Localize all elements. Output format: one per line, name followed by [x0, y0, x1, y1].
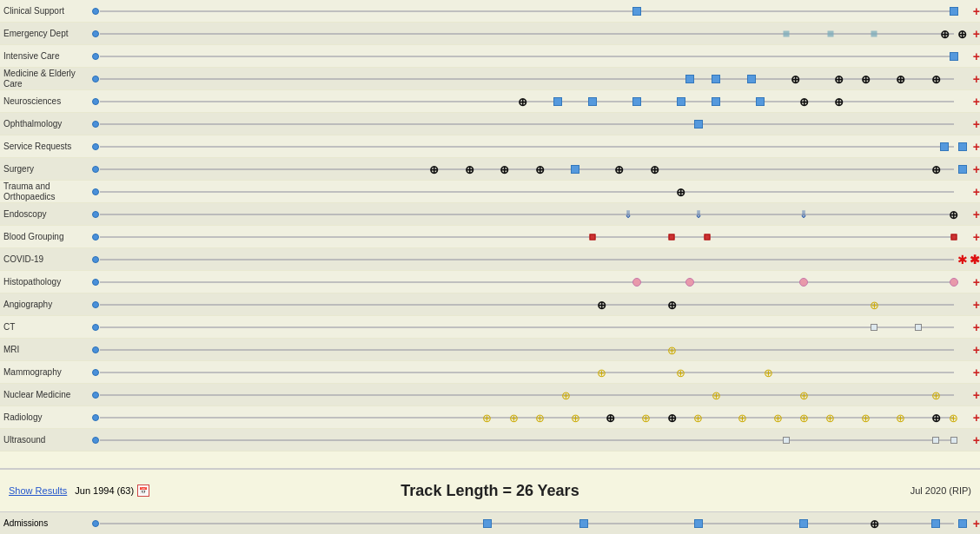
event — [694, 519, 703, 528]
event-marker: ⊕ — [931, 411, 941, 424]
event-marker: ⊕ — [606, 411, 615, 424]
date-end-label: Jul 2020 (RIP) — [910, 485, 971, 496]
chart-row: COVID-19✱✱ — [0, 248, 980, 271]
event-marker — [747, 75, 756, 83]
event-marker: ⊕ — [535, 411, 545, 424]
event-marker — [950, 437, 957, 444]
row-end-marker: + — [973, 162, 980, 176]
event-marker — [950, 278, 958, 287]
event-marker: ⇓ — [624, 208, 632, 221]
event-marker: ⊕ — [667, 411, 677, 424]
event-marker — [784, 30, 790, 36]
event-marker — [799, 278, 808, 287]
chart-row: Histopathology+ — [0, 271, 980, 293]
main-container: Clinical Support+Emergency Dept⊕⊕+Intens… — [0, 0, 980, 534]
row-label: Surgery — [0, 164, 91, 175]
row-end-marker: + — [973, 388, 980, 402]
row-end-marker: + — [973, 4, 980, 18]
chart-row: Radiology⊕⊕⊕⊕⊕⊕⊕⊕⊕⊕⊕⊕⊕⊕⊕⊕+ — [0, 406, 980, 429]
row-label: Service Requests — [0, 142, 91, 152]
row-start-dot — [91, 392, 100, 399]
row-end-marker: + — [973, 366, 980, 379]
row-track: ⇓⇓⇓⊕+ — [100, 203, 980, 226]
row-start-dot — [91, 121, 100, 128]
event-marker: ⊕ — [799, 411, 809, 424]
row-track: + — [100, 45, 980, 68]
row-track: ⊕⊕⊕+ — [100, 361, 980, 384]
row-start-dot — [91, 188, 100, 195]
row-label: COVID-19 — [0, 254, 91, 265]
event-marker — [632, 97, 641, 106]
event-marker — [958, 165, 967, 174]
event-marker: ⊕ — [518, 95, 527, 108]
row-end-marker: + — [973, 275, 980, 289]
row-start-dot — [91, 234, 100, 241]
event-marker: ⊕ — [614, 162, 624, 175]
event-marker: ⊕ — [773, 411, 783, 424]
row-end-marker: + — [973, 208, 980, 221]
row-start-dot — [91, 346, 100, 353]
event-marker — [940, 142, 949, 151]
row-start-dot — [91, 324, 100, 331]
event-marker — [669, 234, 675, 240]
event-marker: ⊕ — [571, 411, 580, 424]
event-marker — [553, 97, 562, 106]
event-marker — [632, 7, 641, 16]
calendar-icon[interactable]: 📅 — [137, 485, 149, 497]
event-marker — [685, 278, 694, 287]
event-marker: ⊕ — [896, 72, 905, 85]
row-start-dot — [91, 369, 100, 376]
event — [483, 519, 492, 528]
event-marker — [915, 324, 922, 331]
row-start-dot — [91, 98, 100, 105]
event-marker: ⊕ — [650, 162, 659, 175]
row-track: + — [100, 271, 980, 293]
event-marker — [712, 97, 720, 106]
row-end-marker: + — [973, 95, 980, 109]
row-start-dot — [91, 76, 100, 82]
row-label: CT — [0, 322, 91, 333]
event-marker — [783, 437, 790, 444]
event — [931, 519, 940, 528]
event-marker — [677, 97, 685, 106]
row-label: Neurosciences — [0, 96, 91, 107]
event — [579, 519, 588, 528]
row-track: ⊕+ — [100, 339, 980, 361]
event-marker: ⊕ — [482, 411, 492, 424]
chart-row: Service Requests+ — [0, 135, 980, 158]
event-marker — [950, 52, 958, 61]
row-label: Histopathology — [0, 277, 91, 287]
chart-row: MRI⊕+ — [0, 339, 980, 361]
chart-row: CT+ — [0, 316, 980, 339]
row-label: Emergency Dept — [0, 29, 91, 39]
row-end-marker: ✱ — [970, 253, 980, 267]
event-marker — [590, 234, 596, 240]
chart-row: Nuclear Medicine⊕⊕⊕⊕+ — [0, 384, 980, 406]
row-track: ⊕⊕⊕+ — [100, 293, 980, 316]
chart-row: Ultrasound+ — [0, 429, 980, 452]
event-marker: ⊕ — [791, 72, 800, 85]
end-marker: + — [973, 517, 980, 531]
event-marker: ⇓ — [694, 208, 703, 221]
event-marker: ⊕ — [509, 411, 519, 424]
row-track: ⊕⊕⊕+ — [100, 90, 980, 113]
event-marker — [571, 165, 579, 174]
event-marker: ✱ — [957, 253, 968, 267]
row-start-dot — [91, 437, 100, 444]
event-marker: ⊕ — [429, 162, 439, 175]
event-marker: ⊕ — [535, 162, 545, 175]
event-marker: ⊕ — [940, 27, 950, 40]
event-marker: ⊕ — [861, 411, 871, 424]
row-label: Ultrasound — [0, 435, 91, 445]
row-end-marker: + — [973, 343, 980, 357]
date-start-label: Jun 1994 (63) — [75, 485, 134, 496]
event-marker: ⊕ — [500, 162, 509, 175]
row-track: ⊕⊕⊕⊕⊕⊕⊕⊕⊕⊕⊕⊕⊕⊕⊕⊕+ — [100, 406, 980, 429]
show-results-link[interactable]: Show Results — [9, 485, 67, 496]
chart-row: Clinical Support+ — [0, 0, 980, 23]
row-end-marker: + — [973, 117, 980, 131]
event-marker: ⊕ — [597, 298, 606, 311]
chart-row: Neurosciences⊕⊕⊕+ — [0, 90, 980, 113]
row-track: ✱✱ — [100, 248, 980, 271]
event-marker — [632, 278, 641, 287]
